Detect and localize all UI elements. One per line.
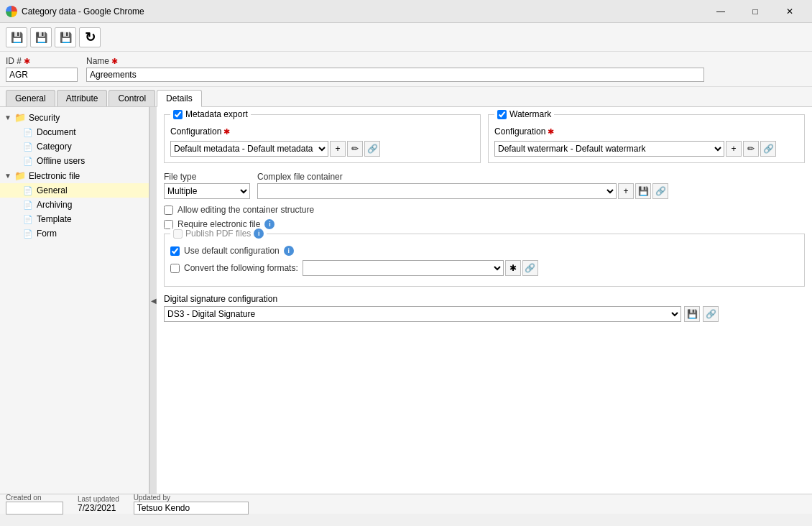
complex-file-group: Complex file container + 💾 🔗	[257, 172, 805, 199]
updated-by-value[interactable]	[134, 502, 249, 515]
filetype-label: File type	[164, 172, 250, 182]
complex-link-btn[interactable]: 🔗	[652, 183, 668, 199]
metadata-link-btn[interactable]: 🔗	[364, 141, 380, 157]
tabs-row: General Attribute Control Details	[0, 87, 812, 107]
refresh-button[interactable]: ↻	[79, 27, 101, 47]
sidebar-item-general-label: General	[37, 185, 68, 195]
collapse-arrow: ◀	[151, 297, 157, 305]
watermark-config-label: Configuration ✱	[494, 126, 554, 137]
watermark-add-btn[interactable]: +	[726, 141, 742, 157]
sidebar-item-category[interactable]: 📄 Category	[0, 139, 149, 154]
filetype-select[interactable]: Multiple Single	[164, 183, 250, 199]
require-electronic-info-icon[interactable]: i	[264, 219, 274, 229]
watermark-legend: Watermark	[494, 109, 554, 119]
sidebar-item-offline-users[interactable]: 📄 Offline users	[0, 154, 149, 168]
sidebar-item-template-label: Template	[37, 214, 72, 224]
filetype-row: File type Multiple Single Complex file c…	[164, 172, 805, 199]
require-electronic-row: Require electronic file i	[164, 219, 805, 229]
name-required-star: ✱	[111, 57, 118, 66]
watermark-config-controls: Default watermark - Default watermark + …	[494, 141, 798, 157]
complex-file-select[interactable]	[257, 183, 617, 199]
watermark-config-select[interactable]: Default watermark - Default watermark	[494, 141, 724, 157]
last-updated-value: 7/23/2021	[78, 503, 119, 513]
convert-formats-link-btn[interactable]: 🔗	[522, 260, 538, 276]
metadata-required-star: ✱	[223, 127, 230, 137]
category-page-icon: 📄	[23, 142, 33, 152]
sidebar: ▼ 📁 Security 📄 Document 📄 Category 📄 Off…	[0, 107, 149, 494]
sidebar-item-template[interactable]: 📄 Template	[0, 212, 149, 226]
general-page-icon: 📄	[23, 186, 33, 195]
metadata-export-box: Metadata export Configuration ✱ Default …	[164, 114, 481, 163]
digital-signature-row: DS3 - Digital Signature 💾 🔗	[164, 306, 805, 322]
id-required-star: ✱	[24, 57, 30, 66]
allow-editing-label: Allow editing the container structure	[177, 205, 314, 215]
content-panel: Metadata export Configuration ✱ Default …	[157, 107, 812, 494]
publish-pdf-info-icon[interactable]: i	[254, 229, 264, 239]
convert-formats-wildcard-btn[interactable]: ✱	[505, 260, 521, 276]
convert-formats-row: Convert the following formats: ✱ 🔗	[170, 260, 798, 276]
created-on-value[interactable]	[6, 502, 63, 515]
name-field-group: Name ✱	[86, 56, 704, 82]
convert-formats-label: Convert the following formats:	[184, 263, 298, 273]
tab-attribute[interactable]: Attribute	[57, 90, 108, 106]
save-button-1[interactable]: 💾	[6, 27, 27, 47]
metadata-export-legend: Metadata export	[170, 109, 251, 119]
digital-signature-select[interactable]: DS3 - Digital Signature	[164, 306, 681, 322]
metadata-config-row: Configuration ✱	[170, 126, 474, 137]
tab-details[interactable]: Details	[157, 90, 202, 107]
sidebar-item-archiving[interactable]: 📄 Archiving	[0, 198, 149, 212]
metadata-config-label: Configuration ✱	[170, 126, 230, 137]
convert-formats-checkbox[interactable]	[170, 264, 180, 273]
metadata-edit-btn[interactable]: ✏	[347, 141, 363, 157]
save-button-2[interactable]: 💾	[30, 27, 52, 47]
convert-formats-select[interactable]	[303, 260, 504, 276]
watermark-link-btn[interactable]: 🔗	[760, 141, 776, 157]
security-section: ▼ 📁 Security 📄 Document 📄 Category 📄 Off…	[0, 110, 149, 168]
sidebar-item-form[interactable]: 📄 Form	[0, 226, 149, 241]
metadata-add-btn[interactable]: +	[330, 141, 346, 157]
collapse-handle[interactable]: ◀	[149, 107, 157, 494]
name-input[interactable]	[86, 68, 704, 82]
close-button[interactable]: ✕	[773, 0, 806, 23]
toolbar: 💾 💾 💾 ↻	[0, 23, 812, 52]
use-default-info-icon[interactable]: i	[284, 246, 294, 256]
electronic-file-expand-icon: ▼	[4, 172, 11, 180]
metadata-config-select[interactable]: Default metadata - Default metadata	[170, 141, 328, 157]
digital-signature-link-btn[interactable]: 🔗	[703, 306, 719, 322]
tab-general[interactable]: General	[6, 90, 55, 106]
complex-save-btn[interactable]: 💾	[635, 183, 651, 199]
require-electronic-checkbox[interactable]	[164, 220, 173, 229]
sidebar-item-form-label: Form	[37, 229, 57, 239]
maximize-button[interactable]: □	[739, 0, 772, 23]
minimize-button[interactable]: —	[704, 0, 737, 23]
top-sections-row: Metadata export Configuration ✱ Default …	[164, 114, 805, 163]
metadata-export-title: Metadata export	[185, 109, 248, 119]
watermark-title: Watermark	[509, 109, 551, 119]
save-button-3[interactable]: 💾	[55, 27, 76, 47]
offline-users-page-icon: 📄	[23, 157, 33, 166]
use-default-label: Use default configuration	[184, 246, 280, 256]
archiving-page-icon: 📄	[23, 200, 33, 210]
id-label: ID # ✱	[6, 56, 78, 66]
watermark-edit-btn[interactable]: ✏	[743, 141, 759, 157]
name-label: Name ✱	[86, 56, 704, 66]
id-input[interactable]	[6, 68, 78, 82]
tab-control[interactable]: Control	[109, 90, 155, 106]
complex-add-btn[interactable]: +	[618, 183, 634, 199]
digital-signature-save-btn[interactable]: 💾	[684, 306, 700, 322]
sidebar-item-general[interactable]: 📄 General	[0, 183, 149, 198]
security-group-header[interactable]: ▼ 📁 Security	[0, 110, 149, 125]
publish-pdf-checkbox[interactable]	[173, 229, 183, 239]
sidebar-item-archiving-label: Archiving	[37, 200, 72, 210]
created-on-group: Created on	[6, 494, 63, 515]
allow-editing-checkbox[interactable]	[164, 206, 173, 215]
security-label: Security	[29, 113, 60, 123]
watermark-checkbox[interactable]	[497, 110, 507, 119]
use-default-checkbox[interactable]	[170, 246, 180, 256]
metadata-export-checkbox[interactable]	[173, 110, 183, 119]
electronic-file-group-header[interactable]: ▼ 📁 Electronic file	[0, 168, 149, 183]
sidebar-item-document[interactable]: 📄 Document	[0, 125, 149, 139]
updated-by-label: Updated by	[134, 494, 249, 502]
use-default-row: Use default configuration i	[170, 246, 798, 256]
sidebar-item-offline-users-label: Offline users	[37, 156, 85, 166]
